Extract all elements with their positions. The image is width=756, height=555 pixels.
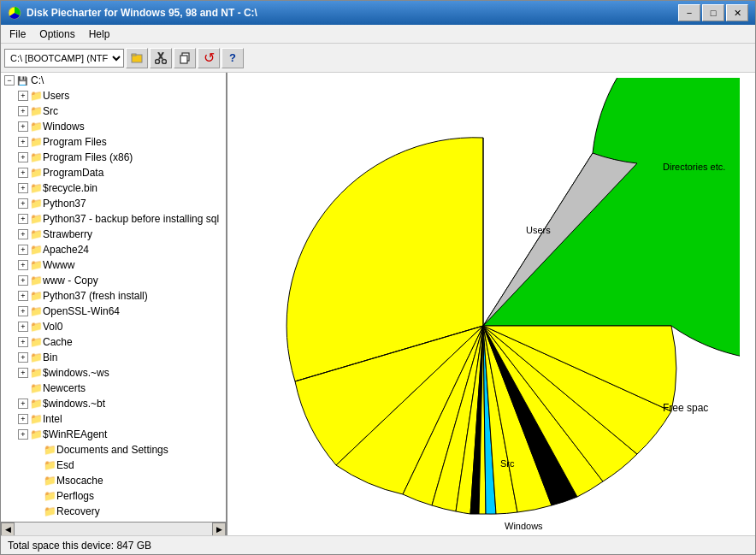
expand-icon[interactable]: + <box>18 152 28 162</box>
tree-label: OpenSSL-Win64 <box>43 305 120 317</box>
expand-icon[interactable]: + <box>18 121 28 132</box>
tree-pane[interactable]: − 💾 C:\ + 📁 Users + 📁 Src + 📁 Windows <box>1 73 227 535</box>
list-item[interactable]: + 📁 Users <box>1 88 226 103</box>
tree-label: Esd <box>56 459 74 471</box>
expand-icon[interactable]: + <box>18 168 28 178</box>
expand-icon[interactable]: + <box>18 214 28 224</box>
horizontal-scrollbar[interactable]: ◀ ▶ <box>1 522 226 535</box>
scroll-left-button[interactable]: ◀ <box>1 523 15 536</box>
expand-root[interactable]: − <box>4 75 15 86</box>
list-item[interactable]: 📁 Newcerts <box>1 381 226 396</box>
tree-root-label: C:\ <box>31 74 44 86</box>
list-item[interactable]: + 📁 www - Copy <box>1 273 226 288</box>
list-item[interactable]: + 📁 Python37 - backup before installing … <box>1 211 226 227</box>
tree-label: Python37 (fresh install) <box>43 290 148 302</box>
copy-button[interactable] <box>174 48 196 68</box>
list-item[interactable]: + 📁 $windows.~ws <box>1 365 226 381</box>
folder-icon: 📁 <box>30 151 43 163</box>
list-item[interactable]: 📁 Perflogs <box>1 488 226 504</box>
expand-icon[interactable]: + <box>18 260 28 270</box>
tree-label: Intel <box>43 413 62 425</box>
list-item[interactable]: + 📁 Vol0 <box>1 319 226 334</box>
expand-icon[interactable]: + <box>18 352 28 363</box>
slice-free-space[interactable] <box>483 78 740 360</box>
expand-icon[interactable]: + <box>18 137 28 147</box>
title-bar: Disk Piecharter for Windows 95, 98 and N… <box>1 1 755 25</box>
expand-icon[interactable]: + <box>18 229 28 239</box>
list-item[interactable]: 📁 Esd <box>1 458 226 473</box>
chart-pane: Directories etc. Users Src Windows Progr… <box>227 73 755 535</box>
folder-icon: 📁 <box>30 105 43 117</box>
scroll-track[interactable] <box>15 523 212 535</box>
list-item[interactable]: + 📁 Strawberry <box>1 227 226 242</box>
expand-icon[interactable]: + <box>18 245 28 255</box>
menu-options[interactable]: Options <box>32 27 81 42</box>
minimize-button[interactable]: − <box>678 4 700 21</box>
expand-icon[interactable]: + <box>18 414 28 424</box>
expand-icon[interactable]: + <box>18 322 28 332</box>
expand-icon[interactable]: + <box>18 399 28 409</box>
svg-point-6 <box>162 59 167 63</box>
folder-icon: 📁 <box>44 490 56 502</box>
menu-help[interactable]: Help <box>82 27 117 42</box>
folder-icon: 📁 <box>30 244 43 256</box>
expand-icon[interactable]: + <box>18 337 28 347</box>
list-item[interactable]: + 📁 $WinREAgent <box>1 427 226 442</box>
list-item[interactable]: + 📁 Apache24 <box>1 242 226 257</box>
expand-icon[interactable]: + <box>18 429 28 440</box>
folder-icon: 📁 <box>30 121 43 133</box>
list-item[interactable]: + 📁 $windows.~bt <box>1 396 226 411</box>
list-item[interactable]: 📁 Documents and Settings <box>1 442 226 458</box>
tree-label: Perflogs <box>56 490 94 502</box>
list-item[interactable]: + 📁 Cache <box>1 334 226 350</box>
list-item[interactable]: + 📁 OpenSSL-Win64 <box>1 304 226 319</box>
list-item[interactable]: + 📁 Wwww <box>1 257 226 273</box>
tree-label: Wwww <box>43 259 74 271</box>
list-item[interactable]: + 📁 Python37 (fresh install) <box>1 288 226 304</box>
browse-button[interactable] <box>126 48 148 68</box>
tree-label: Apache24 <box>43 244 89 256</box>
list-item[interactable]: + 📁 Program Files <box>1 134 226 150</box>
list-item[interactable]: + 📁 $recycle.bin <box>1 180 226 196</box>
tree-root[interactable]: − 💾 C:\ <box>1 73 226 88</box>
drive-selector[interactable]: C:\ [BOOTCAMP] (NTFS) <box>4 49 124 68</box>
expand-icon[interactable]: + <box>18 91 28 101</box>
svg-rect-8 <box>180 56 187 63</box>
expand-icon[interactable]: + <box>18 106 28 116</box>
tree-label: Program Files <box>43 136 107 148</box>
help-button[interactable]: ? <box>221 48 244 68</box>
content-area: − 💾 C:\ + 📁 Users + 📁 Src + 📁 Windows <box>1 73 755 535</box>
list-item[interactable]: + 📁 ProgramData <box>1 165 226 180</box>
expand-icon[interactable]: + <box>18 291 28 301</box>
expand-icon[interactable]: + <box>18 306 28 316</box>
folder-icon: 📁 <box>30 213 43 225</box>
main-window: Disk Piecharter for Windows 95, 98 and N… <box>0 0 756 555</box>
close-button[interactable]: ✕ <box>726 4 748 21</box>
list-item[interactable]: 📁 Msocache <box>1 473 226 488</box>
folder-icon: 📁 <box>30 290 43 302</box>
app-icon <box>8 6 21 20</box>
list-item[interactable]: 📁 Recovery <box>1 504 226 519</box>
expand-icon[interactable]: + <box>18 198 28 209</box>
list-item[interactable]: + 📁 Program Files (x86) <box>1 150 226 165</box>
refresh-button[interactable]: ↺ <box>198 48 220 68</box>
folder-icon: 📁 <box>30 367 43 379</box>
expand-icon[interactable]: + <box>18 368 28 378</box>
list-item[interactable]: + 📁 Bin <box>1 350 226 365</box>
list-item[interactable]: + 📁 Windows <box>1 119 226 134</box>
menu-file[interactable]: File <box>3 27 32 42</box>
list-item[interactable]: + 📁 Intel <box>1 411 226 427</box>
label-users: Users <box>526 225 551 235</box>
tree-label: Windows <box>43 121 85 133</box>
tree-label: $WinREAgent <box>43 428 107 440</box>
folder-icon: 📁 <box>30 321 43 333</box>
folder-icon: 📁 <box>30 198 43 210</box>
cut-button[interactable] <box>150 48 172 68</box>
maximize-button[interactable]: □ <box>702 4 724 21</box>
expand-icon[interactable]: + <box>18 275 28 286</box>
list-item[interactable]: + 📁 Python37 <box>1 196 226 211</box>
expand-icon[interactable]: + <box>18 183 28 193</box>
tree-label: Newcerts <box>43 382 86 394</box>
list-item[interactable]: + 📁 Src <box>1 103 226 119</box>
scroll-right-button[interactable]: ▶ <box>212 523 226 536</box>
